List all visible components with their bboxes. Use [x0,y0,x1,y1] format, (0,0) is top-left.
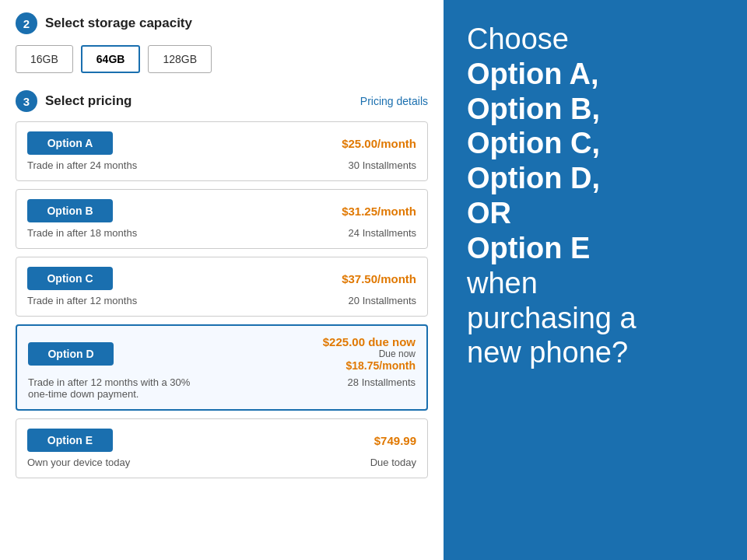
card-bottom-d: Trade in after 12 months with a 30%one-t… [28,376,416,400]
pricing-section: 3 Select pricing Pricing details Option … [16,90,428,478]
card-bottom-c: Trade in after 12 months 20 Installments [27,295,416,306]
card-bottom-a: Trade in after 24 months 30 Installments [27,159,416,171]
right-panel: Choose Option A, Option B, Option C, Opt… [444,0,747,560]
option-a-button[interactable]: Option A [27,131,113,155]
right-line3: Option B, [467,93,600,125]
storage-step-number: 2 [16,12,37,34]
card-installments-d: 28 Installments [348,376,416,400]
storage-btn-128gb[interactable]: 128GB [148,45,212,73]
storage-section: 2 Select storage capacity 16GB 64GB 128G… [16,12,428,73]
pricing-step-number: 3 [16,90,37,112]
card-desc-c: Trade in after 12 months [27,295,137,306]
pricing-card-option-b[interactable]: Option B $31.25/month Trade in after 18 … [16,189,428,249]
price-secondary-d: $18.75/month [323,359,416,372]
option-c-button[interactable]: Option C [27,267,113,290]
price-info-c: $37.50/month [342,272,416,285]
card-bottom-b: Trade in after 18 months 24 Installments [27,227,416,239]
storage-buttons: 16GB 64GB 128GB [16,45,428,73]
card-top-d: Option D $225.00 due now Due now $18.75/… [28,335,416,372]
right-line6: OR [467,197,511,229]
right-line2: Option A, [467,58,599,90]
pricing-card-option-d[interactable]: Option D $225.00 due now Due now $18.75/… [16,324,428,411]
right-line5: Option D, [467,162,600,194]
card-installments-a: 30 Installments [349,159,416,171]
option-e-button[interactable]: Option E [27,429,113,452]
pricing-card-option-e[interactable]: Option E $749.99 Own your device today D… [16,418,428,478]
option-d-button[interactable]: Option D [28,342,114,366]
card-desc-d: Trade in after 12 months with a 30%one-t… [28,376,190,400]
price-info-e: $749.99 [374,434,416,447]
card-top-e: Option E $749.99 [27,429,416,452]
card-installments-e: Due today [370,457,416,468]
storage-btn-16gb[interactable]: 16GB [16,45,73,73]
card-top-c: Option C $37.50/month [27,267,416,290]
card-bottom-e: Own your device today Due today [27,457,416,468]
price-main-c: $37.50/month [342,272,416,285]
price-main-a: $25.00/month [342,137,416,150]
left-panel: 2 Select storage capacity 16GB 64GB 128G… [0,0,444,560]
price-due-now-d: $225.00 due now [323,335,416,348]
right-line4: Option C, [467,127,600,159]
card-top-b: Option B $31.25/month [27,199,416,222]
right-line7: Option E [467,232,590,264]
pricing-header: 3 Select pricing Pricing details [16,90,428,112]
price-info-b: $31.25/month [342,205,416,218]
pricing-title: Select pricing [45,93,132,109]
right-line8: whenpurchasing anew phone? [467,267,637,369]
card-top-a: Option A $25.00/month [27,131,416,155]
price-info-a: $25.00/month [342,137,416,150]
card-desc-a: Trade in after 24 months [27,159,137,171]
pricing-section-header: 3 Select pricing [16,90,132,112]
due-label-d: Due now [323,348,416,359]
card-installments-b: 24 Installments [349,227,416,239]
price-main-e: $749.99 [374,434,416,447]
price-main-b: $31.25/month [342,205,416,218]
right-line1: Choose [467,23,569,55]
storage-btn-64gb[interactable]: 64GB [81,45,141,73]
right-text: Choose Option A, Option B, Option C, Opt… [467,22,637,370]
card-desc-b: Trade in after 18 months [27,227,137,239]
pricing-details-link[interactable]: Pricing details [360,95,428,107]
pricing-card-option-c[interactable]: Option C $37.50/month Trade in after 12 … [16,257,428,317]
price-info-d: $225.00 due now Due now $18.75/month [323,335,416,372]
card-installments-c: 20 Installments [349,295,416,306]
option-b-button[interactable]: Option B [27,199,113,222]
pricing-card-option-a[interactable]: Option A $25.00/month Trade in after 24 … [16,121,428,181]
card-desc-e: Own your device today [27,457,130,468]
storage-header: 2 Select storage capacity [16,12,428,34]
storage-title: Select storage capacity [45,16,192,31]
